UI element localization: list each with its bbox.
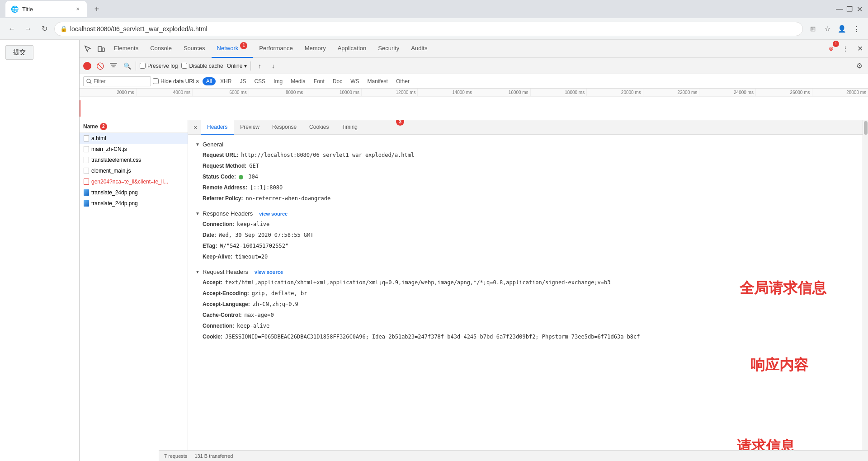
filter-pill-media[interactable]: Media [287, 77, 309, 85]
throttle-select[interactable]: Online ▾ [227, 63, 247, 69]
devtools-toolbar: Elements Console Sources Network 1 Perfo… [80, 40, 868, 58]
file-item-main-js[interactable]: main_zh-CN.js [80, 144, 188, 155]
hide-data-urls-checkbox[interactable]: Hide data URLs [153, 78, 199, 85]
request-method-label: Request Method: [203, 162, 246, 170]
name-badge: 2 [100, 123, 107, 130]
referrer-policy-value: no-referrer-when-downgrade [245, 194, 330, 202]
network-settings-button[interactable]: ⚙ [854, 61, 864, 71]
filter-pill-img[interactable]: Img [270, 77, 286, 85]
filter-pill-doc[interactable]: Doc [329, 77, 346, 85]
import-har-button[interactable]: ↑ [255, 61, 264, 71]
refresh-button[interactable]: ↻ [38, 23, 51, 35]
tab-audits[interactable]: Audits [406, 40, 433, 58]
timeline-mark-1: 4000 ms [136, 89, 193, 96]
preserve-log-checkbox[interactable]: Preserve log [140, 63, 178, 69]
disable-cache-checkbox[interactable]: Disable cache [181, 63, 223, 69]
tab-cookies[interactable]: Cookies [303, 120, 335, 135]
filter-pill-ws[interactable]: WS [347, 77, 363, 85]
close-window-button[interactable]: ✕ [856, 6, 863, 12]
file-name-translate-css: translateelement.css [91, 157, 141, 163]
filter-icon-button[interactable] [108, 61, 118, 71]
page-area: 提交 [0, 40, 79, 461]
toolbar-divider [136, 61, 136, 71]
filter-pill-all[interactable]: All [203, 77, 216, 85]
scrollbar[interactable] [863, 120, 868, 461]
address-input[interactable]: 🔒 localhost:8080/06_servlet1_war_explode… [54, 22, 803, 36]
filter-pill-css[interactable]: CSS [250, 77, 269, 85]
req-accept-row: Accept: text/html,application/xhtml+xml,… [195, 277, 855, 288]
addressbar-actions: ⊞ ☆ 👤 ⋮ [807, 23, 863, 35]
status-code-label: Status Code: [203, 173, 236, 181]
tab-network[interactable]: Network 1 [212, 40, 253, 58]
tab-elements[interactable]: Elements [108, 40, 144, 58]
back-button[interactable]: ← [5, 23, 18, 35]
disable-cache-input[interactable] [181, 63, 187, 69]
forward-button[interactable]: → [22, 23, 34, 35]
status-code-row: Status Code: 304 [195, 171, 855, 182]
file-item-translate-png-2[interactable]: translate_24dp.png [80, 198, 188, 209]
inspect-element-button[interactable] [81, 42, 94, 55]
tab-headers[interactable]: Headers [201, 120, 234, 135]
devtools-close-button[interactable]: ✕ [854, 42, 866, 55]
bookmark-icon[interactable]: ☆ [821, 23, 834, 35]
filter-input[interactable] [94, 78, 148, 85]
response-headers-view-source[interactable]: view source [259, 211, 288, 216]
devtools-more-button[interactable]: ⋮ [839, 42, 852, 55]
tab-security[interactable]: Security [373, 40, 405, 58]
hide-data-urls-input[interactable] [153, 78, 159, 84]
referrer-policy-label: Referrer Policy: [203, 194, 243, 202]
filter-pill-other[interactable]: Other [392, 77, 413, 85]
tab-performance[interactable]: Performance [254, 40, 298, 58]
tab-application[interactable]: Application [332, 40, 372, 58]
general-section-header[interactable]: ▼ General [195, 138, 855, 150]
tab-console[interactable]: Console [145, 40, 177, 58]
translate-icon[interactable]: ⊞ [807, 23, 819, 35]
response-headers-section-header[interactable]: ▼ Response Headers view source [195, 207, 855, 219]
req-cache-row: Cache-Control: max-age=0 [195, 310, 855, 320]
file-name-translate-png-1: translate_24dp.png [91, 189, 138, 196]
url-text: localhost:8080/06_servlet1_war_exploded/… [70, 25, 208, 33]
devtools-badge-btn[interactable]: ⊗ 1 [825, 42, 837, 55]
tab-timing[interactable]: Timing [335, 120, 364, 135]
menu-icon[interactable]: ⋮ [850, 23, 863, 35]
filter-pill-manifest[interactable]: Manifest [364, 77, 392, 85]
device-toolbar-button[interactable] [95, 42, 108, 55]
browser-tab[interactable]: 🌐 Title × [5, 1, 87, 17]
timeline-area: 2000 ms 4000 ms 6000 ms 8000 ms 10000 ms… [80, 89, 868, 120]
lock-icon: 🔒 [60, 25, 67, 32]
status-bar: 7 requests 131 B transferred [159, 450, 868, 461]
tab-memory[interactable]: Memory [299, 40, 331, 58]
tab-close-button[interactable]: × [74, 5, 81, 13]
req-language-value: zh-CN,zh;q=0.9 [253, 300, 298, 308]
preserve-log-input[interactable] [140, 63, 146, 69]
clear-button[interactable]: 🚫 [95, 61, 105, 71]
file-item-gen204[interactable]: gen204?nca=te_li&client=te_li... [80, 176, 188, 187]
svg-rect-1 [102, 48, 104, 52]
maximize-button[interactable]: ❐ [846, 6, 853, 12]
tab-preview[interactable]: Preview [234, 120, 266, 135]
tab-response[interactable]: Response [266, 120, 303, 135]
profile-icon[interactable]: 👤 [835, 23, 848, 35]
resp-etag-label: ETag: [203, 242, 217, 250]
file-item-translate-css[interactable]: translateelement.css [80, 155, 188, 165]
file-item-element-js[interactable]: element_main.js [80, 165, 188, 176]
request-headers-view-source[interactable]: view source [255, 269, 283, 275]
timeline-mark-2: 6000 ms [192, 89, 249, 96]
details-close-button[interactable]: × [190, 122, 201, 133]
file-item-translate-png-1[interactable]: translate_24dp.png [80, 187, 188, 198]
export-har-button[interactable]: ↓ [268, 61, 278, 71]
svg-line-3 [90, 82, 91, 84]
search-network-button[interactable]: 🔍 [122, 61, 132, 71]
filter-pill-xhr[interactable]: XHR [217, 77, 235, 85]
request-method-value: GET [249, 162, 259, 170]
filter-pill-font[interactable]: Font [310, 77, 328, 85]
submit-button[interactable]: 提交 [5, 45, 33, 60]
tab-sources[interactable]: Sources [178, 40, 211, 58]
record-button[interactable] [83, 62, 91, 70]
request-headers-section-header[interactable]: ▼ Request Headers view source [195, 266, 855, 277]
filter-pill-js[interactable]: JS [236, 77, 250, 85]
timeline-mark-0: 2000 ms [80, 89, 136, 96]
file-item-a-html[interactable]: a.html [80, 133, 188, 144]
minimize-button[interactable]: — [836, 6, 843, 12]
new-tab-button[interactable]: + [90, 3, 103, 15]
